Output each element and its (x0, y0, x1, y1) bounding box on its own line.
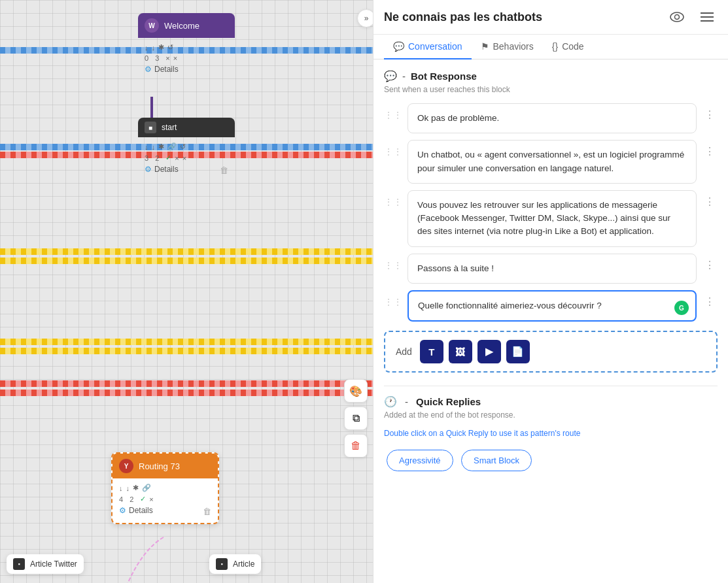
message-menu-2[interactable]: ⋮ (702, 140, 718, 163)
bot-response-header: 💬 - Bot Response (384, 70, 718, 82)
count-3: 3 (145, 154, 148, 162)
add-doc-button[interactable]: 📄 (506, 340, 530, 363)
quick-replies-icon: 🕐 (384, 395, 397, 408)
asterisk-icon-2[interactable]: ✱ (158, 142, 164, 151)
down-icon-6[interactable]: ↓ (126, 484, 130, 492)
svg-point-1 (675, 15, 680, 20)
check-icon-2[interactable]: ✓ (140, 495, 146, 503)
trash-icon-1[interactable]: 🗑 (220, 165, 228, 175)
quick-reply-smart-block[interactable]: Smart Block (461, 450, 532, 471)
article-icon: ▪ (216, 558, 228, 570)
message-text-1: Ok pas de problème. (417, 113, 499, 123)
x-icon-3[interactable]: × (175, 154, 179, 162)
start-details-row: ⚙ Details 🗑 (145, 163, 228, 176)
start-toolbar: ↓ ↓ ✱ 🔗 ↺ (145, 141, 228, 152)
code-tab-label: Code (562, 41, 583, 52)
x-icon-2[interactable]: × (173, 54, 177, 62)
message-bubble-4[interactable]: Passons à la suite ! (407, 254, 697, 284)
quick-replies-dash: - (405, 396, 408, 407)
down-icon-1[interactable]: ↓ (145, 44, 148, 52)
down-icon-2[interactable]: ↓ (152, 44, 156, 52)
quick-replies-subtitle1: Added at the end of the bot response. (384, 410, 718, 420)
start-node: ■ start ↓ ↓ ✱ 🔗 ↺ 3 2 (138, 118, 235, 182)
drag-handle-4[interactable]: ⋮⋮ (384, 254, 402, 271)
down-icon-5[interactable]: ↓ (119, 484, 123, 492)
add-video-button[interactable]: ▶ (477, 340, 501, 363)
menu-button[interactable] (697, 7, 718, 27)
yellow-strip-2 (0, 258, 373, 264)
quick-reply-agressivite[interactable]: Agressivité (387, 450, 453, 471)
conversation-tab-label: Conversation (408, 41, 462, 52)
tab-behaviors[interactable]: ⚑ Behaviors (472, 35, 543, 59)
message-menu-5[interactable]: ⋮ (702, 290, 718, 313)
gear-icon-1: ⚙ (145, 65, 152, 74)
palette-button[interactable]: 🎨 (344, 379, 368, 403)
drag-handle-5[interactable]: ⋮⋮ (384, 290, 402, 307)
yellow-strip-4 (0, 348, 373, 354)
copy-button[interactable]: ⧉ (344, 407, 368, 430)
refresh-icon-2[interactable]: ↺ (180, 142, 186, 151)
message-bubble-2[interactable]: Un chatbot, ou « agent conversationnel »… (407, 140, 697, 184)
asterisk-icon-3[interactable]: ✱ (133, 484, 139, 492)
bot-response-dash: - (402, 71, 406, 82)
check-icon-1[interactable]: ✓ (165, 154, 171, 162)
add-text-button[interactable]: T (420, 340, 443, 363)
bot-response-title: Bot Response (411, 71, 477, 82)
block-title-input[interactable] (384, 10, 659, 24)
add-label: Add (396, 346, 412, 357)
collapse-button[interactable]: » (357, 9, 373, 27)
welcome-details-link[interactable]: ⚙ Details (145, 63, 228, 76)
x-icon-1[interactable]: × (165, 54, 169, 62)
bot-response-subtitle: Sent when a user reaches this block (384, 85, 718, 94)
start-details-label: Details (154, 165, 179, 174)
routing-details-link[interactable]: ⚙ Details (119, 505, 153, 518)
down-icon-3[interactable]: ↓ (145, 143, 148, 151)
drag-handle-1[interactable]: ⋮⋮ (384, 103, 402, 120)
message-row-3: ⋮⋮ Vous pouvez les retrouver sur les app… (384, 190, 718, 247)
red-strip-2 (0, 380, 373, 387)
routing-toolbar: ↓ ↓ ✱ 🔗 (119, 482, 211, 493)
link-icon-1[interactable]: 🔗 (167, 142, 177, 151)
message-text-3: Vous pouvez les retrouver sur les applic… (417, 200, 670, 237)
eye-button[interactable] (667, 7, 687, 27)
quick-reply-label-1: Smart Block (474, 456, 519, 465)
code-tab-icon: {} (552, 41, 558, 52)
message-bubble-1[interactable]: Ok pas de problème. (407, 103, 697, 133)
video-type-icon: ▶ (485, 346, 493, 358)
refresh-icon-1[interactable]: ↺ (167, 43, 173, 52)
tab-conversation[interactable]: 💬 Conversation (384, 35, 472, 59)
message-bubble-3[interactable]: Vous pouvez les retrouver sur les applic… (407, 190, 697, 247)
x-icon-4[interactable]: × (182, 154, 186, 162)
link-icon-2[interactable]: 🔗 (142, 484, 151, 492)
message-menu-1[interactable]: ⋮ (702, 103, 718, 126)
yellow-strip-1 (0, 248, 373, 255)
message-row-4: ⋮⋮ Passons à la suite ! ⋮ (384, 254, 718, 284)
start-label: start (162, 123, 177, 132)
asterisk-icon-1[interactable]: ✱ (158, 43, 164, 52)
message-menu-4[interactable]: ⋮ (702, 254, 718, 276)
tab-code[interactable]: {} Code (543, 35, 593, 59)
grammarly-icon: G (674, 301, 689, 315)
count-5: 4 (119, 495, 123, 503)
delete-button[interactable]: 🗑 (344, 434, 368, 458)
down-icon-4[interactable]: ↓ (152, 143, 156, 151)
message-menu-3[interactable]: ⋮ (702, 190, 718, 213)
message-row-2: ⋮⋮ Un chatbot, ou « agent conversationne… (384, 140, 718, 184)
red-strip-3 (0, 390, 373, 396)
start-details-link[interactable]: ⚙ Details (145, 163, 179, 176)
trash-icon-2[interactable]: 🗑 (203, 507, 211, 516)
quick-replies-subtitle2[interactable]: Double click on a Quick Reply to use it … (384, 429, 718, 438)
quick-replies-section: 🕐 - Quick Replies Added at the end of th… (384, 386, 718, 474)
collapse-icon: » (364, 14, 369, 23)
add-image-button[interactable]: 🖼 (449, 340, 472, 363)
quick-reply-label-0: Agressivité (399, 456, 441, 465)
message-row-1: ⋮⋮ Ok pas de problème. ⋮ (384, 103, 718, 133)
drag-handle-3[interactable]: ⋮⋮ (384, 190, 402, 207)
x-icon-5[interactable]: × (149, 495, 153, 503)
message-bubble-5[interactable]: Quelle fonctionnalité aimeriez-vous déco… (407, 290, 697, 322)
welcome-details-label: Details (154, 65, 179, 74)
yellow-strip-3 (0, 339, 373, 345)
drag-handle-2[interactable]: ⋮⋮ (384, 140, 402, 157)
right-panel: 💬 Conversation ⚑ Behaviors {} Code 💬 - B… (373, 0, 728, 583)
article-twitter-label: Article Twitter (30, 559, 77, 569)
